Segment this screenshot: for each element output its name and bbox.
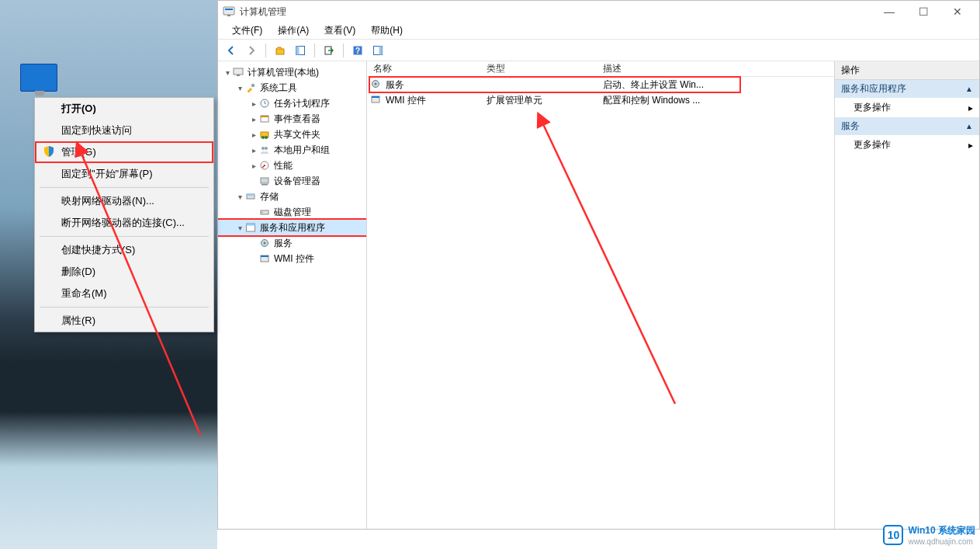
list-pane: 名称 类型 描述 服务 启动、终止并设置 Win... — [367, 61, 835, 529]
svg-rect-31 — [247, 224, 255, 226]
actions-section-services-apps[interactable]: 服务和应用程序 ▲ — [835, 80, 979, 98]
actions-more-2[interactable]: 更多操作 ▸ — [835, 135, 979, 155]
expand-icon[interactable]: ▾ — [223, 68, 232, 77]
ctx-disconnect-network-drive[interactable]: 断开网络驱动器的连接(C)... — [35, 212, 213, 234]
tree-event-viewer[interactable]: ▸ 事件查看器 — [218, 111, 366, 127]
tree-device-manager[interactable]: 设备管理器 — [218, 173, 366, 189]
ctx-pin-start[interactable]: 固定到"开始"屏幕(P) — [35, 163, 213, 185]
svg-rect-35 — [261, 255, 268, 257]
ctx-separator — [40, 187, 209, 188]
svg-rect-24 — [261, 178, 268, 183]
svg-rect-0 — [223, 7, 234, 15]
svg-point-29 — [261, 212, 263, 214]
tree-services[interactable]: 服务 — [218, 235, 366, 251]
minimize-button[interactable]: — — [872, 2, 906, 21]
svg-point-37 — [375, 83, 377, 85]
tree-shared-folders[interactable]: ▸ 共享文件夹 — [218, 127, 366, 142]
actions-more-1[interactable]: 更多操作 ▸ — [835, 98, 979, 117]
svg-rect-12 — [237, 75, 240, 76]
expand-icon[interactable]: ▾ — [235, 224, 244, 232]
ctx-create-shortcut[interactable]: 创建快捷方式(S) — [35, 239, 213, 261]
list-row-wmi[interactable]: WMI 控件 扩展管理单元 配置和控制 Windows ... — [367, 92, 834, 108]
tree-storage[interactable]: ▾ 存储 — [218, 189, 366, 204]
tree-pane[interactable]: ▾ 计算机管理(本地) ▾ 系统工具 ▸ 任务计划程序 ▸ 事件查看器 ▸ — [218, 61, 367, 529]
services-apps-icon — [244, 221, 257, 234]
ctx-properties[interactable]: 属性(R) — [35, 310, 213, 332]
svg-rect-16 — [261, 116, 268, 117]
svg-rect-3 — [276, 49, 284, 54]
tree-disk-management[interactable]: 磁盘管理 — [218, 204, 366, 220]
expand-icon[interactable]: ▸ — [249, 99, 258, 108]
titlebar[interactable]: 计算机管理 — ☐ ✕ — [218, 1, 979, 23]
menu-file[interactable]: 文件(F) — [224, 23, 270, 39]
expand-icon[interactable]: ▾ — [235, 84, 244, 92]
show-hide-tree-button[interactable] — [292, 42, 309, 59]
expand-icon[interactable]: ▸ — [249, 146, 258, 155]
expand-icon[interactable]: ▾ — [235, 193, 244, 201]
list-header[interactable]: 名称 类型 描述 — [367, 61, 834, 77]
back-button[interactable] — [223, 42, 240, 59]
shield-icon — [43, 145, 55, 158]
ctx-manage[interactable]: 管理(G) — [35, 141, 213, 163]
app-icon — [223, 5, 235, 18]
tree-wmi-control[interactable]: WMI 控件 — [218, 251, 366, 266]
svg-rect-1 — [225, 9, 233, 10]
svg-rect-39 — [372, 96, 379, 98]
expand-icon[interactable]: ▸ — [249, 115, 258, 123]
wmi-icon — [258, 252, 271, 265]
col-type[interactable]: 类型 — [487, 62, 603, 75]
tree-performance[interactable]: ▸ 性能 — [218, 158, 366, 173]
svg-point-13 — [251, 84, 255, 87]
ctx-delete[interactable]: 删除(D) — [35, 261, 213, 283]
watermark-url: www.qdhuajin.com — [908, 537, 975, 546]
forward-button[interactable] — [243, 42, 260, 59]
svg-point-20 — [261, 147, 265, 150]
event-icon — [258, 113, 271, 125]
tree-services-and-applications[interactable]: ▾ 服务和应用程序 — [218, 220, 366, 235]
storage-icon — [244, 190, 257, 203]
actions-section-services[interactable]: 服务 ▲ — [835, 117, 979, 135]
col-desc[interactable]: 描述 — [603, 62, 834, 75]
watermark-title: Win10 系统家园 — [908, 524, 975, 537]
shared-folder-icon — [258, 128, 271, 141]
col-name[interactable]: 名称 — [370, 62, 487, 75]
menu-help[interactable]: 帮助(H) — [363, 23, 410, 39]
close-button[interactable]: ✕ — [940, 2, 975, 21]
ctx-open[interactable]: 打开(O) — [35, 98, 213, 120]
svg-rect-11 — [234, 68, 243, 75]
gear-icon — [258, 237, 271, 249]
chevron-right-icon: ▸ — [968, 140, 973, 151]
help-button[interactable]: ? — [349, 42, 366, 59]
computer-icon — [20, 64, 57, 92]
context-menu: 打开(O) 固定到快速访问 管理(G) 固定到"开始"屏幕(P) 映射网络驱动器… — [34, 97, 214, 332]
tree-task-scheduler[interactable]: ▸ 任务计划程序 — [218, 96, 366, 111]
tree-local-users-groups[interactable]: ▸ 本地用户和组 — [218, 142, 366, 158]
up-button[interactable] — [272, 42, 289, 59]
menu-action[interactable]: 操作(A) — [270, 23, 317, 39]
menu-view[interactable]: 查看(V) — [317, 23, 363, 39]
show-hide-action-pane-button[interactable] — [369, 42, 386, 59]
svg-point-23 — [264, 165, 265, 166]
menubar: 文件(F) 操作(A) 查看(V) 帮助(H) — [218, 23, 979, 40]
ctx-map-network-drive[interactable]: 映射网络驱动器(N)... — [35, 190, 213, 212]
maximize-button[interactable]: ☐ — [906, 2, 940, 21]
actions-title: 操作 — [835, 61, 979, 80]
chevron-right-icon: ▸ — [968, 103, 973, 113]
svg-point-19 — [265, 136, 268, 139]
expand-icon[interactable]: ▸ — [249, 162, 258, 170]
list-row-services[interactable]: 服务 启动、终止并设置 Win... — [367, 77, 834, 92]
ctx-separator — [40, 307, 209, 308]
expand-icon[interactable]: ▸ — [249, 130, 258, 139]
ctx-rename[interactable]: 重命名(M) — [35, 283, 213, 304]
ctx-pin-quick-access[interactable]: 固定到快速访问 — [35, 120, 213, 141]
svg-rect-10 — [379, 46, 383, 54]
svg-rect-25 — [261, 184, 268, 186]
ctx-separator — [40, 236, 209, 237]
tree-root[interactable]: ▾ 计算机管理(本地) — [218, 64, 366, 80]
export-button[interactable] — [320, 42, 338, 59]
actions-pane: 操作 服务和应用程序 ▲ 更多操作 ▸ 服务 ▲ 更多操作 ▸ — [835, 61, 979, 529]
svg-point-33 — [264, 242, 266, 245]
tree-system-tools[interactable]: ▾ 系统工具 — [218, 80, 366, 96]
chevron-up-icon: ▲ — [965, 85, 973, 93]
disk-icon — [258, 206, 271, 218]
